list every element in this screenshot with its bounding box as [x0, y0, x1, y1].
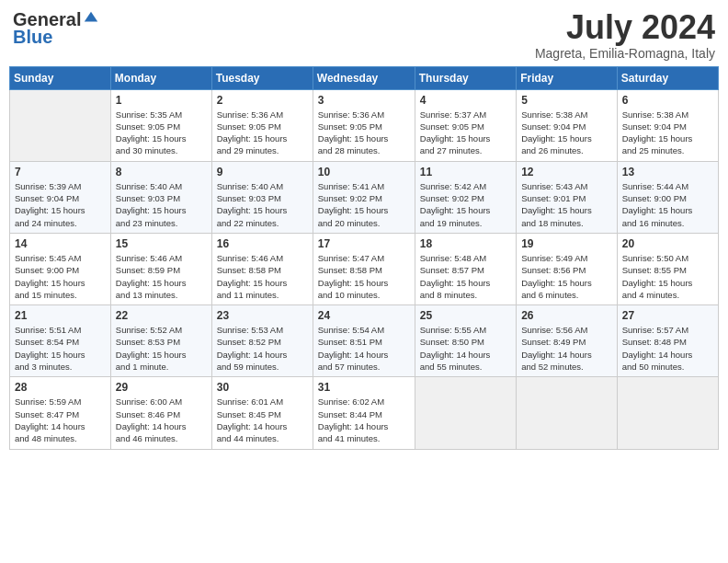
- calendar-cell: 14Sunrise: 5:45 AM Sunset: 9:00 PM Dayli…: [10, 233, 111, 304]
- calendar-cell: 8Sunrise: 5:40 AM Sunset: 9:03 PM Daylig…: [110, 161, 211, 233]
- day-number: 4: [420, 94, 511, 107]
- day-number: 12: [521, 166, 612, 178]
- day-number: 5: [521, 94, 612, 107]
- column-header-sunday: Sunday: [10, 66, 111, 89]
- day-info: Sunrise: 5:47 AM Sunset: 8:58 PM Dayligh…: [318, 252, 410, 301]
- day-number: 22: [116, 309, 207, 322]
- calendar-cell: 6Sunrise: 5:38 AM Sunset: 9:04 PM Daylig…: [617, 89, 718, 161]
- day-info: Sunrise: 5:35 AM Sunset: 9:05 PM Dayligh…: [116, 109, 207, 157]
- day-number: 21: [15, 309, 106, 322]
- day-number: 19: [521, 237, 612, 250]
- day-number: 13: [622, 166, 713, 178]
- calendar-cell: 11Sunrise: 5:42 AM Sunset: 9:02 PM Dayli…: [415, 161, 516, 233]
- day-info: Sunrise: 5:50 AM Sunset: 8:55 PM Dayligh…: [622, 252, 713, 301]
- day-info: Sunrise: 5:43 AM Sunset: 9:01 PM Dayligh…: [521, 180, 612, 229]
- day-info: Sunrise: 5:39 AM Sunset: 9:04 PM Dayligh…: [15, 180, 106, 229]
- location-title: Magreta, Emilia-Romagna, Italy: [535, 46, 715, 61]
- logo: General Blue: [13, 9, 99, 48]
- day-number: 28: [15, 381, 106, 394]
- calendar-cell: 28Sunrise: 5:59 AM Sunset: 8:47 PM Dayli…: [10, 377, 111, 449]
- day-info: Sunrise: 5:40 AM Sunset: 9:03 PM Dayligh…: [217, 180, 308, 229]
- day-number: 7: [15, 166, 106, 178]
- day-number: 8: [116, 166, 207, 178]
- title-block: July 2024 Magreta, Emilia-Romagna, Italy: [535, 9, 715, 61]
- column-header-saturday: Saturday: [617, 66, 718, 89]
- calendar-cell: 7Sunrise: 5:39 AM Sunset: 9:04 PM Daylig…: [10, 161, 111, 233]
- calendar-cell: 1Sunrise: 5:35 AM Sunset: 9:05 PM Daylig…: [110, 89, 211, 161]
- day-number: 29: [116, 381, 207, 394]
- calendar-cell: [517, 377, 618, 449]
- day-number: 11: [420, 166, 511, 178]
- day-number: 1: [116, 94, 207, 107]
- day-number: 31: [318, 381, 410, 394]
- column-header-thursday: Thursday: [415, 66, 516, 89]
- month-title: July 2024: [535, 9, 715, 46]
- calendar-cell: 22Sunrise: 5:52 AM Sunset: 8:53 PM Dayli…: [110, 305, 211, 377]
- calendar-cell: 16Sunrise: 5:46 AM Sunset: 8:58 PM Dayli…: [211, 233, 313, 304]
- day-info: Sunrise: 5:46 AM Sunset: 8:59 PM Dayligh…: [116, 252, 207, 301]
- column-header-monday: Monday: [110, 66, 211, 89]
- calendar-week-1: 1Sunrise: 5:35 AM Sunset: 9:05 PM Daylig…: [10, 89, 719, 161]
- day-number: 18: [420, 237, 511, 250]
- day-info: Sunrise: 5:38 AM Sunset: 9:04 PM Dayligh…: [521, 109, 612, 157]
- svg-marker-0: [85, 11, 97, 21]
- day-info: Sunrise: 5:37 AM Sunset: 9:05 PM Dayligh…: [420, 109, 511, 157]
- calendar-week-5: 28Sunrise: 5:59 AM Sunset: 8:47 PM Dayli…: [10, 377, 719, 449]
- column-header-tuesday: Tuesday: [211, 66, 313, 89]
- day-info: Sunrise: 5:52 AM Sunset: 8:53 PM Dayligh…: [116, 324, 207, 373]
- day-info: Sunrise: 5:59 AM Sunset: 8:47 PM Dayligh…: [15, 396, 106, 444]
- day-number: 15: [116, 237, 207, 250]
- day-info: Sunrise: 5:38 AM Sunset: 9:04 PM Dayligh…: [622, 109, 713, 157]
- day-info: Sunrise: 5:45 AM Sunset: 9:00 PM Dayligh…: [15, 252, 106, 301]
- calendar-cell: 2Sunrise: 5:36 AM Sunset: 9:05 PM Daylig…: [211, 89, 313, 161]
- day-info: Sunrise: 5:46 AM Sunset: 8:58 PM Dayligh…: [217, 252, 308, 301]
- calendar-cell: [415, 377, 516, 449]
- day-info: Sunrise: 6:02 AM Sunset: 8:44 PM Dayligh…: [318, 396, 410, 444]
- calendar-cell: 25Sunrise: 5:55 AM Sunset: 8:50 PM Dayli…: [415, 305, 516, 377]
- day-number: 23: [217, 309, 308, 322]
- calendar-table: SundayMondayTuesdayWednesdayThursdayFrid…: [9, 66, 719, 450]
- calendar-week-2: 7Sunrise: 5:39 AM Sunset: 9:04 PM Daylig…: [10, 161, 719, 233]
- day-number: 27: [622, 309, 713, 322]
- column-header-friday: Friday: [517, 66, 618, 89]
- day-number: 20: [622, 237, 713, 250]
- day-info: Sunrise: 5:42 AM Sunset: 9:02 PM Dayligh…: [420, 180, 511, 229]
- calendar-cell: 24Sunrise: 5:54 AM Sunset: 8:51 PM Dayli…: [313, 305, 415, 377]
- day-number: 3: [318, 94, 410, 107]
- day-info: Sunrise: 5:40 AM Sunset: 9:03 PM Dayligh…: [116, 180, 207, 229]
- day-number: 16: [217, 237, 308, 250]
- calendar-cell: 5Sunrise: 5:38 AM Sunset: 9:04 PM Daylig…: [517, 89, 618, 161]
- day-number: 30: [217, 381, 308, 394]
- day-number: 24: [318, 309, 410, 322]
- page-header: General Blue July 2024 Magreta, Emilia-R…: [9, 9, 719, 61]
- day-info: Sunrise: 5:54 AM Sunset: 8:51 PM Dayligh…: [318, 324, 410, 373]
- calendar-cell: 13Sunrise: 5:44 AM Sunset: 9:00 PM Dayli…: [617, 161, 718, 233]
- calendar-header-row: SundayMondayTuesdayWednesdayThursdayFrid…: [10, 66, 719, 89]
- calendar-cell: 4Sunrise: 5:37 AM Sunset: 9:05 PM Daylig…: [415, 89, 516, 161]
- day-number: 25: [420, 309, 511, 322]
- calendar-cell: 19Sunrise: 5:49 AM Sunset: 8:56 PM Dayli…: [517, 233, 618, 304]
- day-number: 9: [217, 166, 308, 178]
- day-info: Sunrise: 6:01 AM Sunset: 8:45 PM Dayligh…: [217, 396, 308, 444]
- day-info: Sunrise: 5:56 AM Sunset: 8:49 PM Dayligh…: [521, 324, 612, 373]
- calendar-cell: 15Sunrise: 5:46 AM Sunset: 8:59 PM Dayli…: [110, 233, 211, 304]
- calendar-cell: 27Sunrise: 5:57 AM Sunset: 8:48 PM Dayli…: [617, 305, 718, 377]
- logo-blue-text: Blue: [13, 27, 52, 48]
- calendar-cell: 18Sunrise: 5:48 AM Sunset: 8:57 PM Dayli…: [415, 233, 516, 304]
- calendar-cell: 29Sunrise: 6:00 AM Sunset: 8:46 PM Dayli…: [110, 377, 211, 449]
- day-info: Sunrise: 5:44 AM Sunset: 9:00 PM Dayligh…: [622, 180, 713, 229]
- calendar-cell: 30Sunrise: 6:01 AM Sunset: 8:45 PM Dayli…: [211, 377, 313, 449]
- day-info: Sunrise: 5:51 AM Sunset: 8:54 PM Dayligh…: [15, 324, 106, 373]
- day-info: Sunrise: 5:41 AM Sunset: 9:02 PM Dayligh…: [318, 180, 410, 229]
- calendar-cell: 10Sunrise: 5:41 AM Sunset: 9:02 PM Dayli…: [313, 161, 415, 233]
- day-info: Sunrise: 5:36 AM Sunset: 9:05 PM Dayligh…: [318, 109, 410, 157]
- calendar-cell: 9Sunrise: 5:40 AM Sunset: 9:03 PM Daylig…: [211, 161, 313, 233]
- calendar-cell: [10, 89, 111, 161]
- day-info: Sunrise: 5:49 AM Sunset: 8:56 PM Dayligh…: [521, 252, 612, 301]
- logo-icon: [83, 10, 99, 27]
- day-number: 6: [622, 94, 713, 107]
- column-header-wednesday: Wednesday: [313, 66, 415, 89]
- day-info: Sunrise: 5:55 AM Sunset: 8:50 PM Dayligh…: [420, 324, 511, 373]
- calendar-week-3: 14Sunrise: 5:45 AM Sunset: 9:00 PM Dayli…: [10, 233, 719, 304]
- calendar-cell: 17Sunrise: 5:47 AM Sunset: 8:58 PM Dayli…: [313, 233, 415, 304]
